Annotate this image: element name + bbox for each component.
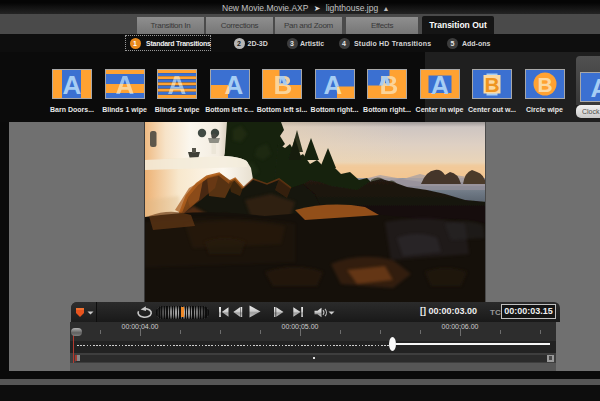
svg-text:A: A: [430, 71, 448, 98]
svg-text:A: A: [63, 70, 82, 98]
svg-text:A: A: [591, 73, 600, 101]
svg-text:B: B: [537, 73, 552, 96]
svg-text:B: B: [484, 73, 499, 96]
